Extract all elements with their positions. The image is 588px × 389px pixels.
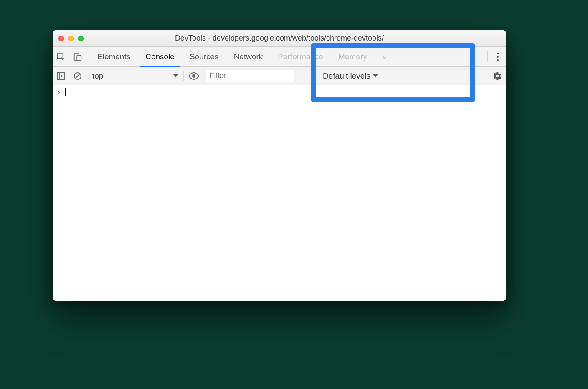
titlebar: DevTools - developers.google.com/web/too… [53, 30, 506, 47]
log-levels-label: Default levels [323, 71, 370, 81]
chevron-down-icon [173, 74, 178, 77]
clear-console-icon[interactable] [69, 71, 86, 81]
svg-line-9 [76, 74, 80, 78]
tab-performance[interactable]: Performance [270, 47, 331, 66]
window-minimize-button[interactable] [68, 36, 74, 41]
console-settings-icon[interactable] [493, 67, 502, 85]
svg-point-3 [497, 53, 499, 54]
tab-network[interactable]: Network [226, 47, 271, 66]
tabbar: Elements Console Sources Network Perform… [53, 47, 506, 67]
more-options-icon[interactable] [489, 47, 506, 66]
text-caret [65, 88, 66, 96]
devtools-window: DevTools - developers.google.com/web/too… [53, 30, 506, 301]
tab-sources[interactable]: Sources [182, 47, 226, 66]
svg-rect-6 [57, 73, 65, 79]
inspect-element-icon[interactable] [53, 47, 69, 66]
toggle-sidebar-icon[interactable] [53, 72, 69, 80]
separator [487, 51, 488, 62]
separator [88, 71, 88, 81]
console-body[interactable]: › [53, 85, 506, 301]
console-toolbar: top Default levels [53, 67, 506, 85]
context-selector-label: top [92, 71, 103, 81]
separator [487, 71, 487, 81]
svg-point-4 [497, 56, 499, 58]
window-controls [53, 36, 84, 41]
context-selector[interactable]: top [90, 71, 182, 81]
separator [183, 71, 184, 81]
log-levels-dropdown[interactable]: Default levels [323, 71, 378, 81]
separator [88, 51, 88, 62]
separator [204, 71, 204, 81]
filter-input[interactable] [206, 70, 294, 82]
chevron-down-icon [373, 74, 378, 77]
window-zoom-button[interactable] [78, 36, 84, 41]
device-toolbar-icon[interactable] [69, 47, 86, 66]
tab-console[interactable]: Console [138, 47, 182, 66]
console-prompt[interactable]: › [53, 85, 506, 99]
window-close-button[interactable] [58, 36, 64, 41]
svg-rect-2 [77, 55, 81, 60]
svg-point-10 [192, 74, 195, 78]
svg-point-5 [497, 59, 499, 61]
live-expression-icon[interactable] [185, 72, 202, 80]
window-title: DevTools - developers.google.com/web/too… [53, 34, 506, 43]
tab-elements[interactable]: Elements [90, 47, 138, 66]
tab-memory[interactable]: Memory [331, 47, 375, 66]
tabs-overflow[interactable]: » [375, 47, 394, 66]
prompt-chevron-icon: › [57, 88, 61, 96]
